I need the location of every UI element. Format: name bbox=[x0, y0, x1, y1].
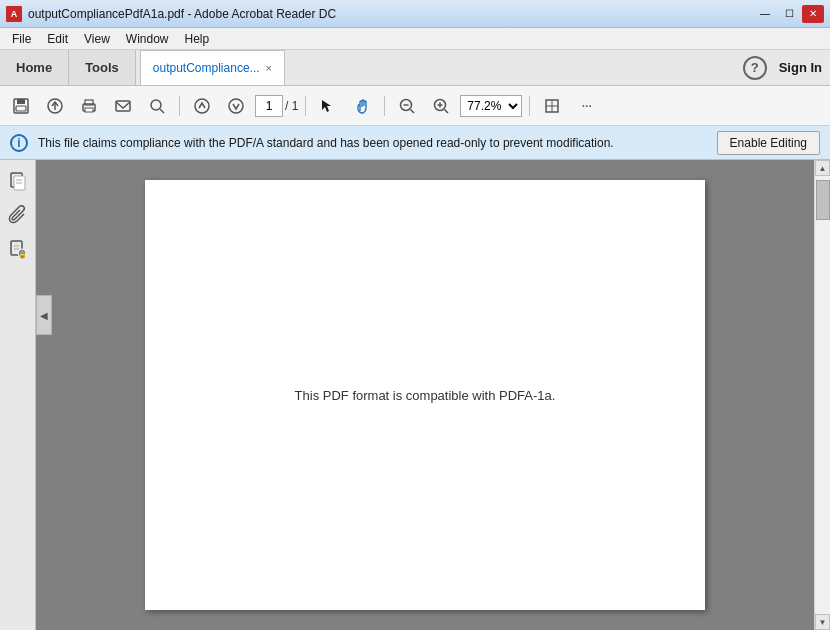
attachment-icon bbox=[8, 205, 28, 225]
print-icon bbox=[80, 97, 98, 115]
maximize-button[interactable]: ☐ bbox=[778, 5, 800, 23]
tab-document[interactable]: outputCompliance... × bbox=[140, 50, 285, 85]
zoom-out-icon bbox=[398, 97, 416, 115]
title-bar: A outputCompliancePdfA1a.pdf - Adobe Acr… bbox=[0, 0, 830, 28]
next-page-button[interactable] bbox=[221, 92, 251, 120]
toolbar-separator-3 bbox=[384, 96, 385, 116]
tab-tools[interactable]: Tools bbox=[69, 50, 136, 85]
cursor-icon bbox=[320, 98, 336, 114]
tab-document-label: outputCompliance... bbox=[153, 61, 260, 75]
save-icon bbox=[12, 97, 30, 115]
scroll-down-arrow[interactable]: ▼ bbox=[815, 614, 830, 630]
fit-button[interactable] bbox=[537, 92, 567, 120]
svg-line-20 bbox=[445, 109, 449, 113]
tab-close-button[interactable]: × bbox=[266, 62, 272, 74]
svg-rect-7 bbox=[85, 108, 93, 112]
security-icon: 🔒 bbox=[8, 239, 28, 259]
search-icon bbox=[148, 97, 166, 115]
prev-page-icon bbox=[194, 98, 210, 114]
menu-view[interactable]: View bbox=[76, 30, 118, 48]
panel-icon-pages[interactable] bbox=[5, 168, 31, 194]
svg-rect-2 bbox=[16, 106, 26, 111]
info-icon: i bbox=[10, 134, 28, 152]
scroll-up-arrow[interactable]: ▲ bbox=[815, 160, 830, 176]
upload-icon bbox=[46, 97, 64, 115]
menu-edit[interactable]: Edit bbox=[39, 30, 76, 48]
pdf-page: This PDF format is compatible with PDFA-… bbox=[145, 180, 705, 610]
minimize-button[interactable]: — bbox=[754, 5, 776, 23]
menu-window[interactable]: Window bbox=[118, 30, 177, 48]
page-total: / 1 bbox=[285, 99, 298, 113]
scroll-thumb[interactable] bbox=[816, 180, 830, 220]
prev-page-button[interactable] bbox=[187, 92, 217, 120]
svg-point-9 bbox=[151, 100, 161, 110]
pdf-text: This PDF format is compatible with PDFA-… bbox=[295, 388, 556, 403]
search-button[interactable] bbox=[142, 92, 172, 120]
page-control: / 1 bbox=[255, 95, 298, 117]
svg-line-16 bbox=[411, 109, 415, 113]
svg-marker-13 bbox=[322, 100, 331, 112]
svg-text:🔒: 🔒 bbox=[17, 250, 26, 259]
svg-point-11 bbox=[195, 99, 209, 113]
hand-icon bbox=[353, 97, 371, 115]
zoom-control: 77.2% 50% 75% 100% 125% 150% bbox=[460, 95, 522, 117]
pdf-viewer-area[interactable]: This PDF format is compatible with PDFA-… bbox=[36, 160, 814, 630]
vertical-scrollbar: ▲ ▼ bbox=[814, 160, 830, 630]
app-icon: A bbox=[6, 6, 22, 22]
hand-tool-button[interactable] bbox=[347, 92, 377, 120]
print-button[interactable] bbox=[74, 92, 104, 120]
close-button[interactable]: ✕ bbox=[802, 5, 824, 23]
menu-bar: File Edit View Window Help bbox=[0, 28, 830, 50]
tabs-right: ? Sign In bbox=[743, 50, 830, 85]
zoom-in-icon bbox=[432, 97, 450, 115]
more-tools-button[interactable]: ··· bbox=[571, 92, 601, 120]
menu-help[interactable]: Help bbox=[177, 30, 218, 48]
toolbar: / 1 77.2% 50% 75% 100% bbox=[0, 86, 830, 126]
upload-button[interactable] bbox=[40, 92, 70, 120]
title-bar-left: A outputCompliancePdfA1a.pdf - Adobe Acr… bbox=[6, 6, 336, 22]
left-panel: 🔒 bbox=[0, 160, 36, 630]
panel-collapse-arrow[interactable]: ◀ bbox=[36, 295, 52, 335]
toolbar-separator-1 bbox=[179, 96, 180, 116]
tab-home[interactable]: Home bbox=[0, 50, 69, 85]
toolbar-separator-2 bbox=[305, 96, 306, 116]
panel-icon-security[interactable]: 🔒 bbox=[5, 236, 31, 262]
window-controls: — ☐ ✕ bbox=[754, 5, 824, 23]
svg-rect-1 bbox=[17, 99, 25, 104]
main-area: 🔒 ◀ This PDF format is compatible with P… bbox=[0, 160, 830, 630]
info-bar: i This file claims compliance with the P… bbox=[0, 126, 830, 160]
cursor-tool-button[interactable] bbox=[313, 92, 343, 120]
zoom-in-button[interactable] bbox=[426, 92, 456, 120]
zoom-select[interactable]: 77.2% 50% 75% 100% 125% 150% bbox=[460, 95, 522, 117]
svg-rect-8 bbox=[116, 101, 130, 111]
help-button[interactable]: ? bbox=[743, 56, 767, 80]
save-button[interactable] bbox=[6, 92, 36, 120]
page-number-input[interactable] bbox=[255, 95, 283, 117]
pages-icon bbox=[8, 171, 28, 191]
sign-in-button[interactable]: Sign In bbox=[779, 60, 822, 75]
enable-editing-button[interactable]: Enable Editing bbox=[717, 131, 820, 155]
window-title: outputCompliancePdfA1a.pdf - Adobe Acrob… bbox=[28, 7, 336, 21]
panel-icon-attachments[interactable] bbox=[5, 202, 31, 228]
fit-icon bbox=[543, 97, 561, 115]
menu-file[interactable]: File bbox=[4, 30, 39, 48]
scroll-track[interactable] bbox=[815, 176, 830, 614]
email-icon bbox=[114, 97, 132, 115]
pdf-content-text: This PDF format is compatible with PDFA-… bbox=[295, 388, 556, 403]
tabs-bar: Home Tools outputCompliance... × ? Sign … bbox=[0, 50, 830, 86]
svg-point-12 bbox=[229, 99, 243, 113]
svg-line-10 bbox=[160, 109, 164, 113]
zoom-out-button[interactable] bbox=[392, 92, 422, 120]
toolbar-separator-4 bbox=[529, 96, 530, 116]
next-page-icon bbox=[228, 98, 244, 114]
email-button[interactable] bbox=[108, 92, 138, 120]
info-message: This file claims compliance with the PDF… bbox=[38, 136, 707, 150]
